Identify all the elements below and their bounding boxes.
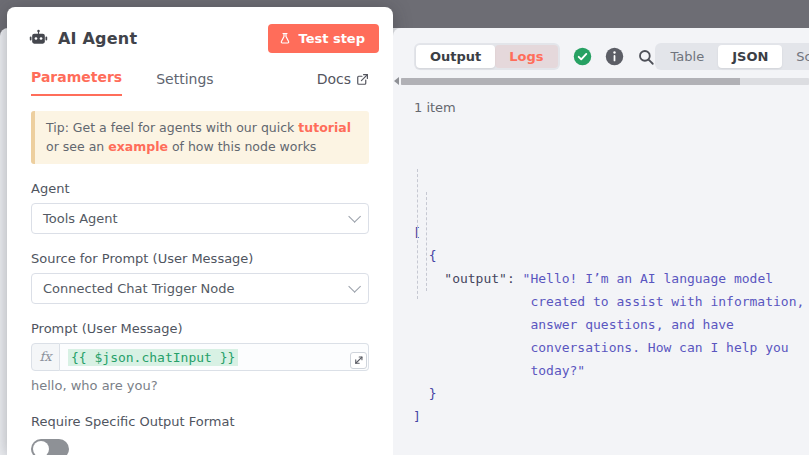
tab-table[interactable]: Table xyxy=(657,45,719,68)
chevron-down-icon xyxy=(348,210,361,223)
node-tabs: Parameters Settings Docs xyxy=(7,53,393,96)
view-tab-group: Table JSON Schema xyxy=(655,43,809,70)
scroll-left-arrow-icon[interactable] xyxy=(394,77,399,85)
source-label: Source for Prompt (User Message) xyxy=(31,251,369,266)
robot-icon xyxy=(29,29,48,48)
scrollbar-track[interactable] xyxy=(401,78,809,85)
node-title: AI Agent xyxy=(58,29,137,48)
success-check-icon xyxy=(573,47,592,66)
output-panel: Output Logs Table JSON Schema 1 item [ {… xyxy=(393,28,809,455)
output-format-label: Require Specific Output Format xyxy=(31,414,369,429)
expression-result-preview: hello, who are you? xyxy=(31,378,369,393)
flask-icon xyxy=(279,32,291,45)
expression-input[interactable]: {{ $json.chatInput }} xyxy=(60,343,369,371)
fx-badge: fx xyxy=(31,343,60,371)
tutorial-link[interactable]: tutorial xyxy=(298,120,351,135)
toggle-knob xyxy=(33,441,49,455)
search-icon[interactable] xyxy=(637,48,655,66)
parameters-body: Tip: Get a feel for agents with our quic… xyxy=(7,96,393,455)
external-link-icon xyxy=(356,73,369,86)
output-toolbar: Output Logs Table JSON Schema xyxy=(393,28,809,70)
tab-output[interactable]: Output xyxy=(416,45,495,68)
json-code: [ { "output": "Hello! I’m an AI language… xyxy=(413,221,809,428)
node-header: AI Agent Test step xyxy=(7,7,393,53)
run-tab-group: Output Logs xyxy=(414,43,560,70)
output-format-toggle[interactable] xyxy=(31,439,69,455)
node-settings-panel: AI Agent Test step Parameters Settings D… xyxy=(7,7,393,455)
tab-settings[interactable]: Settings xyxy=(156,71,213,96)
source-select[interactable]: Connected Chat Trigger Node xyxy=(31,273,369,304)
info-icon[interactable] xyxy=(605,47,624,66)
agent-select[interactable]: Tools Agent xyxy=(31,203,369,234)
prompt-expression-field: fx {{ $json.chatInput }} xyxy=(31,343,369,371)
items-count: 1 item xyxy=(414,100,809,115)
indent-guide xyxy=(426,192,427,291)
expand-expression-button[interactable] xyxy=(350,352,367,369)
docs-link[interactable]: Docs xyxy=(317,71,369,96)
agent-label: Agent xyxy=(31,181,369,196)
json-viewer: [ { "output": "Hello! I’m an AI language… xyxy=(413,129,809,455)
scrollbar-thumb[interactable] xyxy=(401,78,740,85)
tip-callout: Tip: Get a feel for agents with our quic… xyxy=(31,111,369,164)
horizontal-scrollbar xyxy=(393,77,809,85)
tab-schema[interactable]: Schema xyxy=(782,45,809,68)
indent-guide xyxy=(417,169,418,299)
tab-parameters[interactable]: Parameters xyxy=(31,69,122,96)
example-link[interactable]: example xyxy=(108,139,168,154)
prompt-label: Prompt (User Message) xyxy=(31,321,369,336)
tab-logs[interactable]: Logs xyxy=(495,45,557,68)
chevron-down-icon xyxy=(348,280,361,293)
test-step-button[interactable]: Test step xyxy=(268,24,379,53)
tab-json[interactable]: JSON xyxy=(718,45,782,68)
